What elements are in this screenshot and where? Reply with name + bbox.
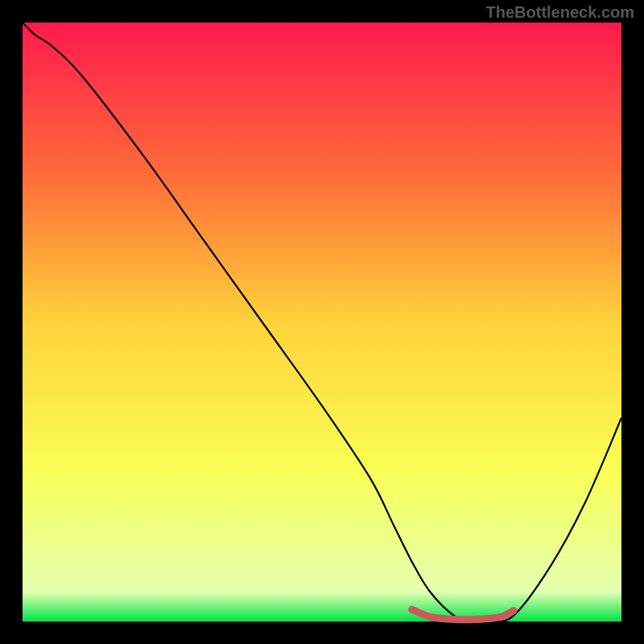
- watermark-text: TheBottleneck.com: [486, 3, 634, 22]
- plot-background: [23, 23, 621, 621]
- chart-canvas: [0, 0, 644, 644]
- chart-frame: TheBottleneck.com: [0, 0, 644, 644]
